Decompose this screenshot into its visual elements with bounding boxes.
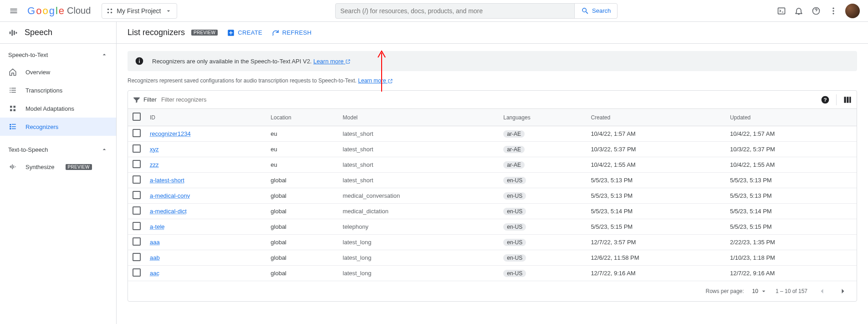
row-checkbox[interactable]	[133, 222, 141, 230]
project-picker[interactable]: My First Project	[102, 3, 177, 19]
col-created[interactable]: Created	[586, 109, 725, 126]
row-checkbox[interactable]	[133, 253, 141, 261]
svg-rect-19	[10, 106, 12, 108]
cell-updated: 5/5/23, 5:13 PM	[725, 188, 857, 204]
lang-chip: en-US	[503, 254, 526, 262]
row-checkbox[interactable]	[133, 191, 141, 199]
row-checkbox[interactable]	[133, 129, 141, 137]
recognizer-link[interactable]: a-medical-conv	[150, 192, 190, 199]
col-languages[interactable]: Languages	[499, 109, 586, 126]
gcp-logo[interactable]: Google Cloud	[27, 5, 91, 17]
refresh-button[interactable]: REFRESH	[271, 29, 311, 37]
cell-model: latest_long	[338, 235, 499, 250]
cell-location: global	[266, 173, 338, 188]
col-id[interactable]: ID	[145, 109, 266, 126]
svg-rect-12	[16, 32, 17, 34]
banner-text: Recognizers are only available in the Sp…	[152, 58, 311, 65]
lang-chip: en-US	[503, 192, 526, 200]
table-row: xyzeulatest_shortar-AE10/3/22, 5:37 PM10…	[128, 142, 857, 157]
row-checkbox[interactable]	[133, 237, 141, 246]
sidebar-item-transcriptions[interactable]: Transcriptions	[0, 81, 116, 99]
recognizer-link[interactable]: a-medical-dict	[150, 208, 187, 215]
search-input[interactable]	[336, 7, 574, 15]
create-button[interactable]: CREATE	[227, 29, 262, 37]
row-checkbox[interactable]	[133, 144, 141, 153]
row-checkbox[interactable]	[133, 175, 141, 184]
cell-updated: 2/22/23, 1:35 PM	[725, 235, 857, 250]
cell-model: telephony	[338, 219, 499, 235]
more-icon[interactable]	[828, 5, 839, 16]
cloud-shell-icon[interactable]	[776, 5, 787, 16]
search-button[interactable]: Search	[574, 4, 617, 18]
sidebar-item-label: Transcriptions	[26, 87, 62, 94]
recognizer-link[interactable]: a-tele	[150, 223, 165, 230]
sidebar-group-stt[interactable]: Speech-to-Text	[0, 46, 116, 63]
svg-rect-22	[14, 109, 16, 112]
help-filled-icon[interactable]: ?	[821, 95, 830, 104]
cell-created: 12/6/22, 11:58 PM	[586, 250, 725, 266]
sidebar-item-overview[interactable]: Overview	[0, 63, 116, 81]
sidebar-header: Speech	[0, 22, 116, 44]
recognizer-link[interactable]: aaa	[150, 239, 160, 246]
recognizers-table: Filter ? ID Location Model Languages	[128, 90, 857, 302]
col-location[interactable]: Location	[266, 109, 338, 126]
col-updated[interactable]: Updated	[725, 109, 857, 126]
col-model[interactable]: Model	[338, 109, 499, 126]
tune-icon	[8, 104, 17, 113]
search-box[interactable]: Search	[335, 3, 618, 19]
sidebar-item-label: Synthesize	[26, 164, 55, 170]
help-icon[interactable]	[811, 5, 822, 16]
row-checkbox[interactable]	[133, 206, 141, 215]
svg-point-0	[107, 8, 109, 10]
menu-icon[interactable]	[5, 3, 22, 19]
recognizer-link[interactable]: aab	[150, 254, 160, 261]
cell-model: latest_short	[338, 142, 499, 157]
columns-icon[interactable]	[843, 95, 852, 104]
banner-link[interactable]: Learn more	[313, 58, 351, 65]
cell-updated: 5/5/23, 5:14 PM	[725, 204, 857, 219]
lang-chip: en-US	[503, 270, 526, 277]
filter-input[interactable]	[161, 96, 816, 103]
external-link-icon	[345, 59, 351, 64]
select-all-checkbox[interactable]	[133, 113, 141, 121]
cell-created: 5/5/23, 5:13 PM	[586, 188, 725, 204]
cell-updated: 10/4/22, 1:55 AM	[725, 157, 857, 173]
recognizer-link[interactable]: aac	[150, 270, 159, 277]
prev-page[interactable]	[816, 285, 828, 298]
project-name: My First Project	[117, 7, 161, 15]
sidebar-item-model-adaptations[interactable]: Model Adaptations	[0, 99, 116, 118]
svg-rect-13	[10, 88, 10, 89]
svg-rect-26	[12, 126, 16, 127]
desc-link[interactable]: Learn more	[358, 77, 393, 84]
svg-rect-14	[11, 88, 16, 89]
chevron-up-icon	[101, 51, 108, 58]
recognizer-link[interactable]: zzz	[150, 161, 159, 168]
avatar[interactable]	[845, 4, 860, 18]
svg-point-2	[107, 11, 109, 13]
sidebar-group-tts[interactable]: Text-to-Speech	[0, 141, 116, 158]
next-page[interactable]	[837, 285, 849, 298]
svg-rect-33	[139, 59, 140, 60]
cell-location: global	[266, 266, 338, 281]
rows-per-page-select[interactable]: 10	[752, 288, 767, 295]
cell-created: 12/7/22, 9:16 AM	[586, 266, 725, 281]
row-checkbox[interactable]	[133, 160, 141, 168]
filter-label[interactable]: Filter	[133, 96, 157, 104]
cell-created: 5/5/23, 5:13 PM	[586, 173, 725, 188]
sidebar-item-synthesize[interactable]: Synthesize PREVIEW	[0, 158, 116, 176]
lang-chip: en-US	[503, 177, 526, 184]
notifications-icon[interactable]	[793, 5, 804, 16]
recognizer-link[interactable]: recognizer1234	[150, 130, 191, 137]
svg-point-1	[111, 8, 112, 10]
svg-rect-15	[10, 90, 10, 91]
cell-created: 5/5/23, 5:15 PM	[586, 219, 725, 235]
sidebar-item-recognizers[interactable]: Recognizers	[0, 118, 116, 136]
chevron-down-icon	[165, 7, 172, 15]
info-icon	[135, 57, 144, 66]
row-checkbox[interactable]	[133, 268, 141, 277]
cell-updated: 10/4/22, 1:57 AM	[725, 126, 857, 142]
lang-chip: en-US	[503, 239, 526, 246]
recognizer-link[interactable]: xyz	[150, 146, 159, 153]
recognizer-link[interactable]: a-latest-short	[150, 177, 184, 184]
search-icon	[581, 7, 589, 15]
